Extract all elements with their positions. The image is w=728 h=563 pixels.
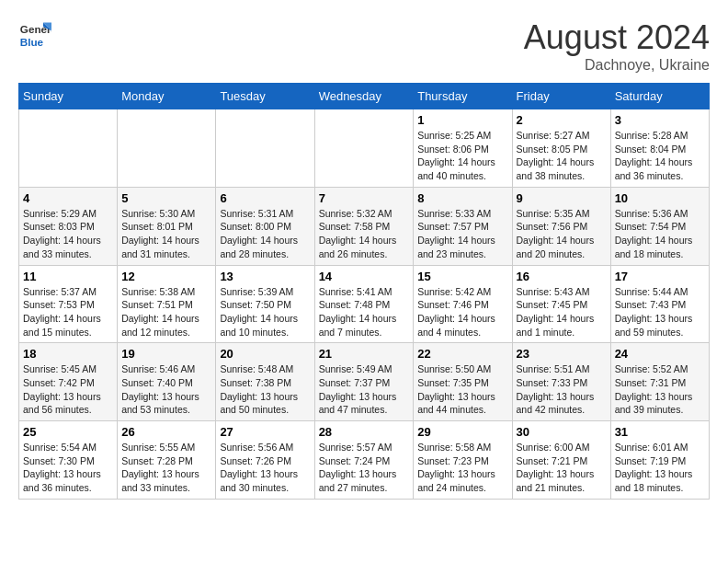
calendar-cell: 21Sunrise: 5:49 AM Sunset: 7:37 PM Dayli… xyxy=(314,343,414,421)
calendar-cell: 19Sunrise: 5:46 AM Sunset: 7:40 PM Dayli… xyxy=(118,343,216,421)
month-year: August 2024 xyxy=(524,18,710,57)
day-info: Sunrise: 6:00 AM Sunset: 7:21 PM Dayligh… xyxy=(517,441,607,495)
calendar-cell: 14Sunrise: 5:41 AM Sunset: 7:48 PM Dayli… xyxy=(314,265,414,343)
day-info: Sunrise: 5:49 AM Sunset: 7:37 PM Dayligh… xyxy=(319,362,410,417)
day-number: 28 xyxy=(319,425,410,439)
calendar-cell: 15Sunrise: 5:42 AM Sunset: 7:46 PM Dayli… xyxy=(414,265,512,343)
calendar-cell: 25Sunrise: 5:54 AM Sunset: 7:30 PM Dayli… xyxy=(19,421,118,500)
calendar-cell: 12Sunrise: 5:38 AM Sunset: 7:51 PM Dayli… xyxy=(118,265,216,343)
day-info: Sunrise: 5:39 AM Sunset: 7:50 PM Dayligh… xyxy=(220,285,310,339)
calendar-cell xyxy=(118,109,216,188)
calendar-cell: 4Sunrise: 5:29 AM Sunset: 8:03 PM Daylig… xyxy=(19,187,118,265)
calendar-cell: 9Sunrise: 5:35 AM Sunset: 7:56 PM Daylig… xyxy=(512,187,610,265)
day-info: Sunrise: 5:55 AM Sunset: 7:28 PM Dayligh… xyxy=(121,441,211,495)
calendar-cell: 16Sunrise: 5:43 AM Sunset: 7:45 PM Dayli… xyxy=(512,265,610,343)
day-number: 31 xyxy=(615,425,705,439)
logo-icon: General Blue xyxy=(18,18,51,52)
day-number: 18 xyxy=(23,347,113,361)
day-info: Sunrise: 5:42 AM Sunset: 7:46 PM Dayligh… xyxy=(417,285,507,339)
day-number: 3 xyxy=(615,113,705,127)
svg-text:Blue: Blue xyxy=(20,36,44,48)
calendar-cell: 31Sunrise: 6:01 AM Sunset: 7:19 PM Dayli… xyxy=(610,421,709,500)
logo: General Blue xyxy=(18,18,51,52)
calendar-cell: 5Sunrise: 5:30 AM Sunset: 8:01 PM Daylig… xyxy=(118,187,216,265)
header-saturday: Saturday xyxy=(610,84,709,109)
day-number: 24 xyxy=(615,347,705,361)
calendar-cell: 24Sunrise: 5:52 AM Sunset: 7:31 PM Dayli… xyxy=(610,343,709,421)
week-row-3: 11Sunrise: 5:37 AM Sunset: 7:53 PM Dayli… xyxy=(19,265,710,343)
day-number: 26 xyxy=(121,425,211,439)
day-number: 2 xyxy=(517,113,607,127)
calendar-cell xyxy=(314,109,414,188)
day-number: 6 xyxy=(220,191,310,205)
day-info: Sunrise: 5:51 AM Sunset: 7:33 PM Dayligh… xyxy=(517,362,607,417)
day-info: Sunrise: 5:36 AM Sunset: 7:54 PM Dayligh… xyxy=(615,207,705,261)
day-number: 19 xyxy=(121,347,211,361)
week-row-4: 18Sunrise: 5:45 AM Sunset: 7:42 PM Dayli… xyxy=(19,343,710,421)
calendar-cell: 22Sunrise: 5:50 AM Sunset: 7:35 PM Dayli… xyxy=(414,343,512,421)
day-number: 1 xyxy=(417,113,507,127)
calendar-cell: 18Sunrise: 5:45 AM Sunset: 7:42 PM Dayli… xyxy=(19,343,118,421)
day-info: Sunrise: 5:54 AM Sunset: 7:30 PM Dayligh… xyxy=(23,441,113,495)
day-info: Sunrise: 5:41 AM Sunset: 7:48 PM Dayligh… xyxy=(319,285,410,339)
calendar-cell: 1Sunrise: 5:25 AM Sunset: 8:06 PM Daylig… xyxy=(414,109,512,188)
header-tuesday: Tuesday xyxy=(216,84,314,109)
calendar-cell xyxy=(216,109,314,188)
day-info: Sunrise: 5:57 AM Sunset: 7:24 PM Dayligh… xyxy=(319,441,410,495)
day-number: 25 xyxy=(23,425,113,439)
calendar-table: SundayMondayTuesdayWednesdayThursdayFrid… xyxy=(18,83,710,500)
day-number: 23 xyxy=(517,347,607,361)
day-number: 8 xyxy=(417,191,507,205)
calendar-cell: 27Sunrise: 5:56 AM Sunset: 7:26 PM Dayli… xyxy=(216,421,314,500)
day-number: 5 xyxy=(121,191,211,205)
calendar-cell: 30Sunrise: 6:00 AM Sunset: 7:21 PM Dayli… xyxy=(512,421,610,500)
calendar-cell: 29Sunrise: 5:58 AM Sunset: 7:23 PM Dayli… xyxy=(414,421,512,500)
calendar-cell: 10Sunrise: 5:36 AM Sunset: 7:54 PM Dayli… xyxy=(610,187,709,265)
header-wednesday: Wednesday xyxy=(314,84,414,109)
day-number: 16 xyxy=(517,270,607,283)
day-number: 17 xyxy=(615,270,705,283)
day-info: Sunrise: 5:30 AM Sunset: 8:01 PM Dayligh… xyxy=(121,207,211,261)
day-info: Sunrise: 5:35 AM Sunset: 7:56 PM Dayligh… xyxy=(517,207,607,261)
day-info: Sunrise: 5:31 AM Sunset: 8:00 PM Dayligh… xyxy=(220,207,310,261)
header-thursday: Thursday xyxy=(414,84,512,109)
day-info: Sunrise: 5:56 AM Sunset: 7:26 PM Dayligh… xyxy=(220,441,310,495)
header-sunday: Sunday xyxy=(19,84,118,109)
day-number: 20 xyxy=(220,347,310,361)
day-info: Sunrise: 5:45 AM Sunset: 7:42 PM Dayligh… xyxy=(23,362,113,417)
page-header: General Blue August 2024 Dachnoye, Ukrai… xyxy=(18,18,710,74)
day-number: 7 xyxy=(319,191,410,205)
day-info: Sunrise: 5:28 AM Sunset: 8:04 PM Dayligh… xyxy=(615,129,705,183)
day-info: Sunrise: 5:52 AM Sunset: 7:31 PM Dayligh… xyxy=(615,362,705,417)
day-info: Sunrise: 5:38 AM Sunset: 7:51 PM Dayligh… xyxy=(121,285,211,339)
calendar-cell: 7Sunrise: 5:32 AM Sunset: 7:58 PM Daylig… xyxy=(314,187,414,265)
day-info: Sunrise: 5:37 AM Sunset: 7:53 PM Dayligh… xyxy=(23,285,113,339)
calendar-cell: 8Sunrise: 5:33 AM Sunset: 7:57 PM Daylig… xyxy=(414,187,512,265)
calendar-cell: 26Sunrise: 5:55 AM Sunset: 7:28 PM Dayli… xyxy=(118,421,216,500)
day-number: 10 xyxy=(615,191,705,205)
day-info: Sunrise: 5:44 AM Sunset: 7:43 PM Dayligh… xyxy=(615,285,705,339)
day-info: Sunrise: 5:27 AM Sunset: 8:05 PM Dayligh… xyxy=(517,129,607,183)
header-friday: Friday xyxy=(512,84,610,109)
header-monday: Monday xyxy=(118,84,216,109)
day-info: Sunrise: 5:29 AM Sunset: 8:03 PM Dayligh… xyxy=(23,207,113,261)
calendar-cell: 23Sunrise: 5:51 AM Sunset: 7:33 PM Dayli… xyxy=(512,343,610,421)
day-number: 11 xyxy=(23,270,113,283)
day-info: Sunrise: 5:25 AM Sunset: 8:06 PM Dayligh… xyxy=(417,129,507,183)
calendar-cell: 20Sunrise: 5:48 AM Sunset: 7:38 PM Dayli… xyxy=(216,343,314,421)
day-number: 30 xyxy=(517,425,607,439)
week-row-2: 4Sunrise: 5:29 AM Sunset: 8:03 PM Daylig… xyxy=(19,187,710,265)
day-number: 9 xyxy=(517,191,607,205)
day-info: Sunrise: 5:58 AM Sunset: 7:23 PM Dayligh… xyxy=(417,441,507,495)
day-number: 12 xyxy=(121,270,211,283)
day-number: 4 xyxy=(23,191,113,205)
day-info: Sunrise: 6:01 AM Sunset: 7:19 PM Dayligh… xyxy=(615,441,705,495)
week-row-5: 25Sunrise: 5:54 AM Sunset: 7:30 PM Dayli… xyxy=(19,421,710,500)
day-number: 15 xyxy=(417,270,507,283)
day-number: 14 xyxy=(319,270,410,283)
calendar-header-row: SundayMondayTuesdayWednesdayThursdayFrid… xyxy=(19,84,710,109)
calendar-body: 1Sunrise: 5:25 AM Sunset: 8:06 PM Daylig… xyxy=(19,109,710,500)
calendar-cell: 2Sunrise: 5:27 AM Sunset: 8:05 PM Daylig… xyxy=(512,109,610,188)
day-info: Sunrise: 5:48 AM Sunset: 7:38 PM Dayligh… xyxy=(220,362,310,417)
calendar-cell: 28Sunrise: 5:57 AM Sunset: 7:24 PM Dayli… xyxy=(314,421,414,500)
